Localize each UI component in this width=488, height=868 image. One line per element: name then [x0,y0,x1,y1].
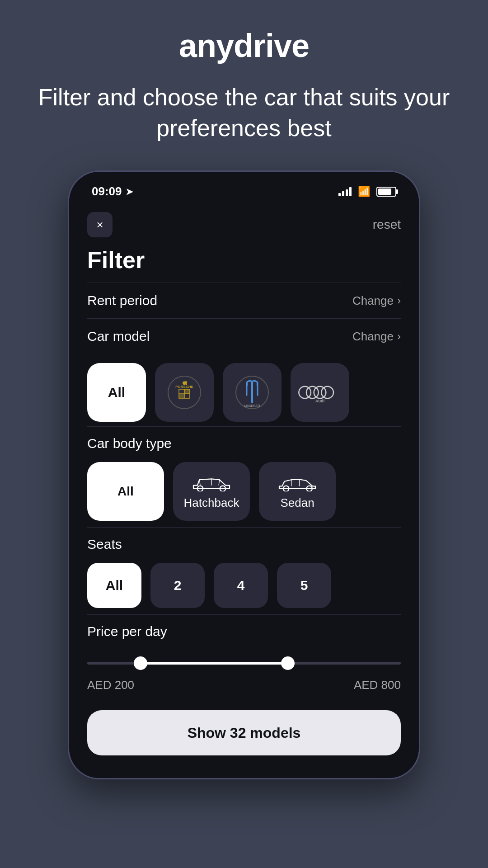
price-min-value: AED 200 [87,678,134,692]
status-icons: 📶 [338,186,396,198]
svg-rect-6 [184,389,190,394]
slider-track [87,662,401,665]
close-icon: × [96,218,103,232]
phone-mockup: 09:09 ➤ 📶 × reset Filter [68,170,420,779]
reset-button[interactable]: reset [373,217,401,232]
car-model-change[interactable]: Change › [352,330,401,344]
body-chips-row: All Hatchback Seda [87,456,401,527]
battery-icon [376,187,396,197]
maserati-logo-icon: MASERATI [234,374,270,410]
seats-label: Seats [87,527,401,557]
app-subtitle: Filter and choose the car that suits you… [0,82,488,143]
sedan-silhouette-icon [277,473,318,491]
brand-chip-all[interactable]: All [87,363,146,422]
show-button-container: Show 32 models [87,701,401,760]
filter-title: Filter [87,242,401,283]
porsche-logo-icon: PORSCHE [166,374,202,410]
seat-chip-2[interactable]: 2 [150,563,205,608]
seat-chip-4-label: 4 [237,578,245,593]
body-chip-hatchback-label: Hatchback [184,496,239,510]
body-chip-all-label: All [117,484,134,499]
car-model-row[interactable]: Car model Change › [87,318,401,354]
slider-fill [141,662,288,665]
car-model-chevron-icon: › [397,330,401,343]
slider-thumb-max[interactable] [281,656,295,670]
seat-chip-all-label: All [106,578,123,593]
filter-header-row: × reset [87,203,401,242]
status-time: 09:09 ➤ [92,184,133,198]
price-range-row: AED 200 AED 800 [87,674,401,697]
body-chip-all[interactable]: All [87,462,164,521]
rent-period-chevron-icon: › [397,294,401,307]
svg-point-12 [299,387,311,399]
brand-chip-porsche[interactable]: PORSCHE [155,363,214,422]
brand-chip-audi[interactable]: Audi [291,363,349,422]
brand-chip-maserati[interactable]: MASERATI [223,363,282,422]
show-models-button[interactable]: Show 32 models [87,710,401,755]
svg-text:MASERATI: MASERATI [244,404,260,407]
seat-chip-4[interactable]: 4 [214,563,268,608]
rent-period-label: Rent period [87,293,157,308]
filter-panel: × reset Filter Rent period Change › Car … [69,203,419,778]
svg-text:Audi: Audi [315,399,324,403]
rent-period-change[interactable]: Change › [352,294,401,308]
body-chip-hatchback[interactable]: Hatchback [173,462,250,521]
price-slider[interactable]: AED 200 AED 800 [87,644,401,701]
price-per-day-label: Price per day [87,614,401,644]
seats-chips-row: All 2 4 5 [87,557,401,614]
slider-thumb-min[interactable] [134,656,147,670]
rent-period-row[interactable]: Rent period Change › [87,283,401,318]
body-chip-sedan-label: Sedan [280,496,314,510]
seat-chip-all[interactable]: All [87,563,141,608]
app-title: anydrive [179,27,309,64]
price-max-value: AED 800 [354,678,401,692]
show-models-button-label: Show 32 models [188,725,301,741]
status-bar: 09:09 ➤ 📶 [69,172,419,203]
location-icon: ➤ [126,186,133,197]
svg-point-14 [314,387,326,399]
rent-period-change-label: Change [352,294,394,308]
body-chip-sedan[interactable]: Sedan [259,462,336,521]
signal-bars-icon [338,187,352,196]
seat-chip-5[interactable]: 5 [277,563,331,608]
wifi-icon: 📶 [358,186,370,198]
svg-point-13 [306,387,319,399]
audi-logo-icon: Audi [297,381,343,404]
seat-chip-2-label: 2 [174,578,182,593]
brand-chips-row: All PORSCHE [87,354,401,426]
car-model-label: Car model [87,329,150,344]
hatchback-silhouette-icon [191,473,232,491]
seat-chip-5-label: 5 [300,578,308,593]
close-button[interactable]: × [87,212,113,237]
car-model-change-label: Change [352,330,394,344]
svg-point-15 [321,387,333,399]
brand-chip-all-label: All [108,385,125,400]
svg-rect-5 [179,394,184,398]
svg-text:PORSCHE: PORSCHE [175,385,193,389]
car-body-type-label: Car body type [87,426,401,456]
